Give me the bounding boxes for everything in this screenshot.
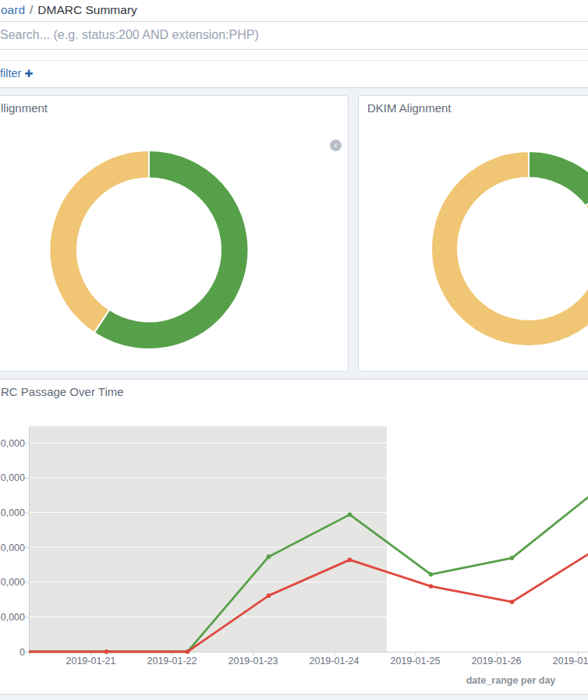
y-tick-label: 0,000 — [1, 543, 25, 553]
breadcrumb-dashboard-link[interactable]: oard — [1, 3, 25, 16]
add-filter-label: filter — [0, 67, 21, 80]
spf-donut-chart[interactable] — [45, 147, 253, 354]
x-axis-label: date_range per day — [466, 675, 556, 686]
data-point-red[interactable] — [510, 599, 515, 604]
query-bar-spacer — [0, 50, 588, 61]
legend-collapse-button[interactable]: ‹ — [330, 140, 342, 151]
x-tick-label: 2019-01-22 — [147, 656, 197, 666]
data-point-red[interactable] — [186, 649, 190, 654]
panel-title-spf: llignment — [0, 96, 348, 120]
dkim-donut-chart[interactable] — [427, 147, 588, 350]
panel-title-dmarc-passage: RC Passage Over Time — [0, 380, 588, 404]
y-tick-label: 0,000 — [1, 438, 25, 449]
data-point-red[interactable] — [429, 584, 434, 589]
filter-bar: filter✚ — [0, 61, 588, 88]
dmarc-passage-line-chart[interactable]: 0,0000,0000,0000,0000,0000,00002019-01-2… — [0, 413, 588, 690]
donut-slice-yellow[interactable] — [49, 150, 149, 333]
data-point-green[interactable] — [348, 512, 352, 517]
y-tick-label: 0,000 — [1, 612, 25, 623]
data-point-green[interactable] — [429, 572, 434, 577]
breadcrumb: oard/DMARC Summary — [1, 3, 137, 17]
time-range-band — [29, 426, 387, 652]
data-point-red[interactable] — [267, 593, 271, 598]
y-tick-label: 0 — [19, 647, 25, 658]
x-tick-label: 2019-01-23 — [228, 656, 278, 666]
x-tick-label: 2019-01-25 — [391, 656, 441, 666]
y-tick-label: 0,000 — [1, 507, 25, 518]
add-filter-link[interactable]: filter✚ — [0, 67, 33, 80]
data-point-green[interactable] — [510, 556, 515, 560]
x-tick-label: 2019-01-24 — [310, 656, 360, 666]
data-point-green[interactable] — [267, 554, 271, 559]
y-tick-label: 0,000 — [1, 577, 25, 588]
plus-icon: ✚ — [21, 68, 33, 80]
x-tick-label: 2019-01-26 — [472, 656, 522, 666]
data-point-red[interactable] — [104, 649, 109, 654]
y-tick-label: 0,000 — [1, 472, 25, 483]
chevron-left-icon: ‹ — [330, 140, 342, 151]
search-input[interactable] — [0, 22, 588, 48]
panel-title-dkim: DKIM Alignment — [359, 96, 588, 120]
data-point-red[interactable] — [348, 557, 352, 562]
x-tick-label: 2019-01-21 — [66, 656, 116, 666]
donut-slice-green[interactable] — [529, 151, 588, 206]
x-tick-label: 2019-01-27 — [553, 656, 588, 666]
page-title: DMARC Summary — [37, 3, 136, 16]
breadcrumb-bar: oard/DMARC Summary — [0, 0, 588, 22]
breadcrumb-separator: / — [25, 3, 37, 16]
query-bar — [0, 22, 588, 50]
